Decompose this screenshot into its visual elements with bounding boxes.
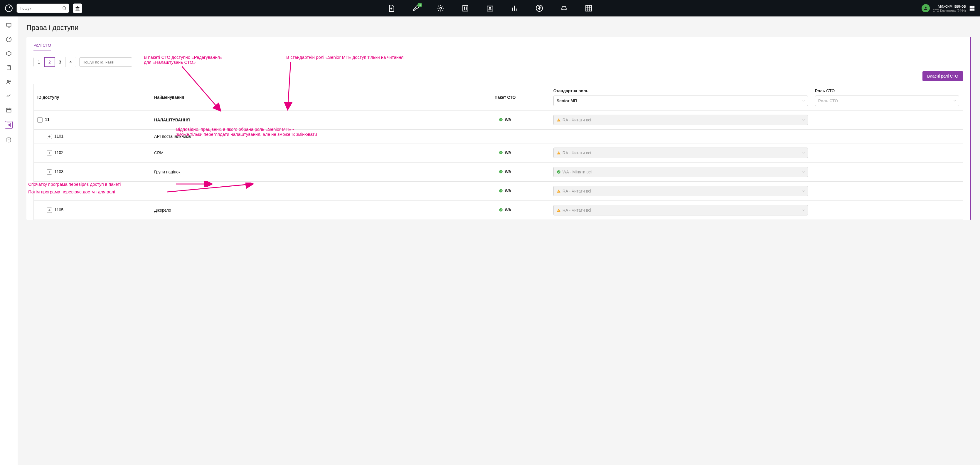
warn-icon: [557, 208, 561, 212]
finance-button[interactable]: [536, 5, 543, 12]
table-row: +1102 CRM WA RA - Читати всі: [34, 144, 963, 163]
role-select[interactable]: RA - Читати всі: [554, 205, 808, 216]
chevron-down-icon: [802, 170, 805, 174]
topbar: 3 Максим Іванов СТО Клекотина (9444): [0, 0, 980, 16]
sidebar-item-clipboard[interactable]: [6, 65, 12, 70]
grid-button[interactable]: [585, 5, 592, 12]
pager-1[interactable]: 1: [34, 58, 45, 67]
sidebar-item-database[interactable]: [6, 137, 12, 143]
schedule-button[interactable]: [486, 5, 494, 12]
apps-icon[interactable]: [969, 5, 975, 11]
warn-icon: [557, 151, 561, 155]
chevron-down-icon: [802, 208, 805, 212]
sto-role-select[interactable]: Роль СТО: [815, 96, 959, 106]
stats-button[interactable]: [511, 5, 519, 12]
check-icon: [499, 118, 503, 122]
new-document-button[interactable]: [388, 5, 395, 12]
expand-toggle[interactable]: +: [47, 208, 52, 213]
search-input[interactable]: [16, 3, 69, 13]
bars-icon: [511, 5, 519, 12]
col-id: ID доступу: [34, 85, 151, 110]
controls-button[interactable]: [461, 5, 469, 12]
collapse-toggle[interactable]: −: [37, 117, 43, 123]
dollar-icon: [536, 5, 543, 12]
cell-pkg: WA: [505, 117, 511, 122]
page-title: Права і доступи: [26, 24, 971, 32]
service-button[interactable]: 3: [412, 5, 420, 12]
role-select[interactable]: RA - Читати всі: [554, 186, 808, 197]
chevron-down-icon: [802, 151, 805, 155]
main-content: Права і доступи Ролі СТО 1 2 3 4 Власні …: [18, 16, 980, 465]
col-name: Найменування: [151, 85, 460, 110]
cell-pkg: WA: [505, 150, 511, 155]
sidebar-item-permissions[interactable]: [5, 121, 13, 129]
bank-icon: [75, 6, 80, 11]
check-icon: [499, 150, 503, 155]
settings-button[interactable]: [437, 5, 444, 12]
cell-id: 1103: [54, 169, 64, 174]
cell-name: API постачальників: [151, 129, 460, 144]
cell-role: RA - Читати всі: [563, 189, 591, 193]
user-info: Максим Іванов СТО Клекотина (9444): [933, 4, 966, 13]
cell-name: НАЛАШТУВАННЯ: [151, 110, 460, 129]
check-icon: [499, 189, 503, 193]
warn-icon: [557, 189, 561, 193]
expand-toggle[interactable]: +: [47, 150, 52, 155]
pager: 1 2 3 4: [33, 57, 76, 67]
sidebar-item-analytics[interactable]: [6, 93, 12, 99]
role-select[interactable]: RA - Читати всі: [554, 115, 808, 125]
cell-name: Джерело: [151, 201, 460, 220]
cell-role: RA - Читати всі: [563, 118, 591, 122]
cell-pkg: WA: [505, 169, 511, 174]
check-icon: [499, 208, 503, 212]
car-icon: [560, 5, 568, 12]
tab-roles[interactable]: Ролі СТО: [33, 43, 51, 51]
cell-pkg: WA: [505, 208, 511, 212]
roles-card: Ролі СТО 1 2 3 4 Власні ролі СТО ID дост…: [26, 37, 971, 220]
sidebar-item-people[interactable]: [6, 79, 12, 85]
sidebar-item-dashboard[interactable]: [6, 22, 12, 28]
role-select[interactable]: RA - Читати всі: [554, 147, 808, 158]
sto-role-placeholder: Роль СТО: [818, 99, 838, 103]
pager-2[interactable]: 2: [45, 58, 55, 67]
chevron-down-icon: [802, 99, 805, 102]
own-roles-button[interactable]: Власні ролі СТО: [923, 71, 963, 81]
cell-id: 11: [45, 117, 49, 122]
user-area[interactable]: Максим Іванов СТО Клекотина (9444): [921, 4, 975, 13]
chevron-down-icon: [802, 118, 805, 122]
sliders-icon: [461, 5, 469, 12]
pager-3[interactable]: 3: [55, 58, 65, 67]
table-row: +1103 Групи націнок WA WA - Міняти всі: [34, 163, 963, 182]
cell-role: RA - Читати всі: [563, 150, 591, 155]
filter-input[interactable]: [79, 58, 132, 67]
vehicles-button[interactable]: [560, 5, 568, 12]
table-row: WA RA - Читати всі: [34, 182, 963, 201]
logo-icon[interactable]: [5, 4, 13, 12]
cell-id: 1102: [54, 150, 64, 155]
sidebar-item-calendar[interactable]: [6, 107, 12, 113]
cell-pkg: WA: [505, 189, 511, 193]
cell-id: 1101: [54, 134, 64, 139]
col-std-role-label: Стандартна роль: [554, 88, 808, 93]
user-name: Максим Іванов: [933, 4, 966, 9]
table-row: +1105 Джерело WA RA - Читати всі: [34, 201, 963, 220]
pager-4[interactable]: 4: [65, 58, 76, 67]
check-icon: [499, 169, 503, 174]
calendar-user-icon: [486, 5, 494, 12]
file-plus-icon: [388, 5, 395, 12]
toolbar: 1 2 3 4: [33, 57, 963, 67]
bank-button[interactable]: [73, 3, 82, 13]
col-sto-role-label: Роль СТО: [815, 88, 959, 93]
notification-badge: 3: [417, 3, 422, 7]
expand-toggle[interactable]: +: [47, 169, 52, 174]
expand-toggle[interactable]: +: [47, 134, 52, 139]
role-select[interactable]: WA - Міняти всі: [554, 167, 808, 177]
sidebar-item-box[interactable]: [6, 51, 12, 56]
warn-icon: [557, 118, 561, 122]
std-role-select[interactable]: Senior МП: [554, 96, 808, 106]
permissions-table: ID доступу Найменування Пакет СТО Станда…: [33, 84, 963, 220]
grid-icon: [585, 5, 592, 12]
table-row: −11 НАЛАШТУВАННЯ WA RA - Читати всі: [34, 110, 963, 129]
user-sub: СТО Клекотина (9444): [933, 9, 966, 13]
sidebar-item-gauge[interactable]: [6, 37, 12, 42]
